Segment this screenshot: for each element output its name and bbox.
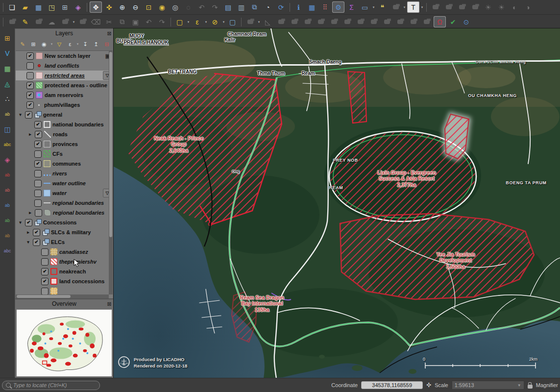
layer-row-provinces[interactable]: ✔provinces bbox=[16, 139, 113, 149]
layer-checkbox[interactable]: ✔ bbox=[41, 278, 49, 285]
toggle-editing-button[interactable]: ✎ bbox=[19, 16, 31, 27]
show-spatial-bookmarks-button[interactable]: ▥ bbox=[235, 1, 247, 13]
map-tips-button[interactable]: ❝ bbox=[376, 1, 389, 13]
highlight-pinned-labels-button[interactable]: ab bbox=[1, 170, 13, 180]
close-icon[interactable]: ⊠ bbox=[105, 30, 113, 37]
select-features-button[interactable]: ▢ bbox=[173, 16, 186, 27]
open-project-button[interactable]: ▰ bbox=[19, 1, 31, 13]
layer-checkbox[interactable]: ✔ bbox=[34, 121, 42, 128]
measure-line-button[interactable]: ▭ bbox=[359, 1, 371, 13]
layer-label[interactable]: land conflicts bbox=[45, 63, 79, 69]
add-mesh-layer-button[interactable]: ◬ bbox=[1, 78, 13, 89]
expander-icon[interactable]: ▾ bbox=[18, 220, 23, 225]
add-group-button[interactable]: ⊞ bbox=[28, 40, 38, 49]
vertex-tool-dropdown[interactable]: ▾ bbox=[257, 20, 261, 24]
text-annotation-dropdown[interactable]: ▾ bbox=[420, 5, 424, 9]
refresh-map-button[interactable]: ⟳ bbox=[275, 1, 287, 13]
layer-checkbox[interactable]: ✔ bbox=[25, 219, 32, 226]
show-hide-labels-button[interactable]: ab bbox=[1, 200, 13, 211]
expander-icon[interactable]: ▸ bbox=[27, 132, 33, 137]
layer-row-roads[interactable]: ▸✔roads bbox=[16, 129, 113, 139]
layer-label[interactable]: land concessions bbox=[59, 278, 104, 284]
vertical-scrollbar[interactable] bbox=[109, 51, 113, 294]
expander-icon[interactable]: ▸ bbox=[25, 230, 31, 235]
layer-label[interactable]: rivers bbox=[52, 171, 67, 176]
open-layer-styling-button[interactable]: ✎ bbox=[18, 40, 27, 49]
layer-row-land-concessions[interactable]: ✔land concessions bbox=[16, 276, 113, 286]
new-spatial-bookmark-button[interactable]: ▤ bbox=[222, 1, 234, 13]
temporal-controller-button[interactable]: ◔ bbox=[262, 1, 274, 13]
layer-checkbox[interactable] bbox=[35, 209, 42, 217]
coordinate-input[interactable]: 345378,1168559 bbox=[361, 381, 423, 389]
close-icon[interactable]: ⊠ bbox=[105, 301, 113, 307]
select-by-expression-button[interactable]: ε bbox=[191, 16, 203, 27]
expander-icon[interactable]: ▾ bbox=[25, 240, 31, 245]
new-project-button[interactable]: ❏ bbox=[6, 1, 18, 13]
layer-row-water[interactable]: water▽ bbox=[16, 188, 113, 198]
layer-row-regional-boundaries[interactable]: regional boundaries bbox=[16, 198, 113, 208]
layer-label[interactable]: phum/villages bbox=[44, 102, 80, 108]
layer-checkbox[interactable] bbox=[26, 62, 34, 70]
locator-search-input[interactable]: Type to locate (Ctrl+K) bbox=[2, 381, 100, 390]
layer-row-dam-reservoirs[interactable]: ✔dam reservoirs bbox=[16, 90, 113, 100]
layer-row-general[interactable]: ▾✔general bbox=[16, 110, 113, 120]
layer-label[interactable]: canadiasez bbox=[59, 249, 88, 255]
pan-map-button[interactable]: ✥ bbox=[90, 1, 102, 13]
style-manager-button[interactable]: ◈ bbox=[72, 1, 84, 13]
layer-label[interactable]: national boundaries bbox=[52, 122, 104, 127]
horizontal-scrollbar[interactable] bbox=[16, 294, 109, 298]
zoom-to-selection-button[interactable]: ◉ bbox=[156, 1, 168, 13]
manage-map-themes-button[interactable]: ◉ bbox=[39, 40, 49, 49]
layer-checkbox[interactable]: ✔ bbox=[26, 52, 34, 60]
layer-row-elcs[interactable]: ▾✔ELCs bbox=[16, 237, 113, 247]
layer-checkbox[interactable] bbox=[34, 170, 42, 177]
expand-all-button[interactable]: ↧ bbox=[80, 40, 90, 49]
layer-row-phum-villages[interactable]: ✔phum/villages bbox=[16, 100, 113, 110]
layer-label[interactable]: roads bbox=[53, 131, 68, 137]
layer-checkbox[interactable]: ✔ bbox=[33, 239, 40, 246]
deselect-all-button[interactable]: ⊘ bbox=[209, 16, 221, 27]
layer-row-new-scratch-layer[interactable]: ✔New scratch layer▣ bbox=[16, 51, 113, 61]
layer-checkbox[interactable] bbox=[34, 190, 42, 197]
pin-unpin-labels-button[interactable]: ab bbox=[1, 185, 13, 196]
layer-checkbox[interactable] bbox=[34, 180, 42, 187]
layer-row-national-boundaries[interactable]: ✔national boundaries bbox=[16, 120, 113, 129]
add-postgis-layer-button[interactable]: ◫ bbox=[1, 124, 13, 135]
layer-checkbox[interactable] bbox=[34, 199, 42, 207]
layer-label[interactable]: neakreach bbox=[59, 269, 86, 274]
add-raster-layer-button[interactable]: ▦ bbox=[1, 63, 13, 74]
layer-checkbox[interactable]: ✔ bbox=[35, 131, 42, 138]
pan-to-selection-button[interactable]: ✜ bbox=[103, 1, 115, 13]
layer-row-concessions[interactable]: ▾✔Concessions bbox=[16, 218, 113, 227]
extents-toggle-icon[interactable]: ✜ bbox=[426, 382, 431, 389]
layer-row-water-outline[interactable]: water outline bbox=[16, 178, 113, 188]
layer-checkbox[interactable]: ✔ bbox=[25, 111, 32, 119]
expander-icon[interactable]: ▸ bbox=[27, 210, 33, 215]
layer-label[interactable]: regional boundaries bbox=[52, 200, 104, 206]
zoom-to-bookmark-dropdown[interactable]: ▾ bbox=[402, 5, 407, 9]
layer-checkbox[interactable]: ✔ bbox=[34, 141, 42, 148]
add-vector-layer-button[interactable]: V bbox=[1, 48, 13, 59]
change-label-button[interactable]: abc bbox=[1, 245, 13, 256]
layer-label[interactable]: provinces bbox=[52, 141, 78, 147]
select-by-value-button[interactable]: ▢ bbox=[226, 16, 239, 27]
layer-row-thepremiershv[interactable]: thepremiershv bbox=[16, 257, 113, 267]
layer-checkbox[interactable] bbox=[26, 72, 34, 79]
zoom-in-button[interactable]: ⊕ bbox=[116, 1, 128, 13]
open-attribute-table-button[interactable]: ▦ bbox=[306, 1, 318, 13]
new-map-view-button[interactable]: ⧉ bbox=[248, 1, 261, 13]
layer-label[interactable]: SLCs & military bbox=[51, 229, 91, 235]
map-canvas[interactable]: MUOYBUONPREAH S HANOUKChamnaot ReamKalir… bbox=[114, 28, 560, 378]
layer-row-communes[interactable]: ✔communes bbox=[16, 159, 113, 169]
layer-label[interactable]: water outline bbox=[52, 180, 86, 186]
add-delimited-text-layer-button[interactable]: ab bbox=[1, 109, 13, 120]
layer-checkbox[interactable]: ✔ bbox=[33, 229, 40, 236]
layer-row-rivers[interactable]: rivers bbox=[16, 169, 113, 178]
filter-legend-button[interactable]: ▽ bbox=[54, 40, 64, 49]
scale-select[interactable]: 1:59613 ▼ bbox=[452, 381, 524, 390]
layer-row-slcs-military[interactable]: ▸✔SLCs & military bbox=[16, 227, 113, 237]
scrollbar-thumb[interactable] bbox=[17, 295, 71, 298]
select-features-dropdown[interactable]: ▾ bbox=[186, 20, 191, 24]
zoom-out-button[interactable]: ⊖ bbox=[129, 1, 142, 13]
zoom-to-layer-button[interactable]: ◎ bbox=[169, 1, 181, 13]
